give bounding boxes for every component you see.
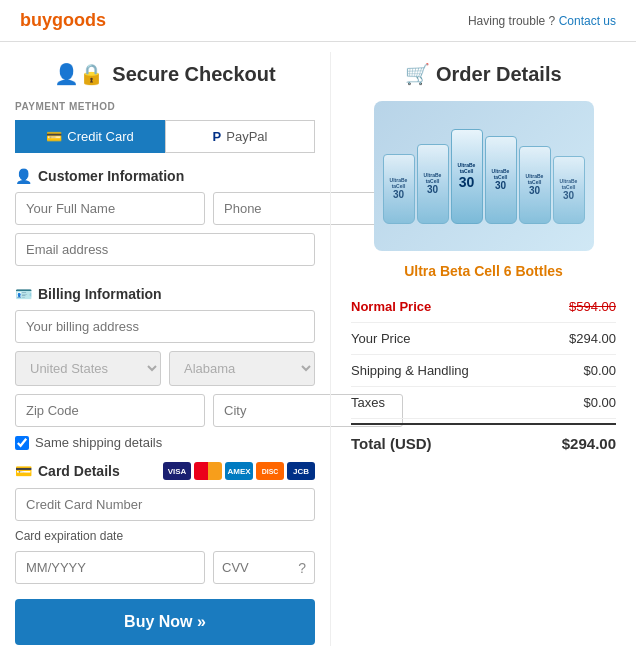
normal-price-value: $594.00 <box>569 299 616 314</box>
shipping-value: $0.00 <box>583 363 616 378</box>
help-text: Having trouble ? Contact us <box>468 14 616 28</box>
normal-price-row: Normal Price $594.00 <box>351 291 616 323</box>
cvv-input[interactable] <box>222 552 294 583</box>
shipping-label: Shipping & Handling <box>351 363 469 378</box>
bottle-group: UltraBetaCell 30 UltraBetaCell 30 UltraB… <box>382 129 586 224</box>
taxes-row: Taxes $0.00 <box>351 387 616 419</box>
normal-price-label: Normal Price <box>351 299 431 314</box>
product-image-area: UltraBetaCell 30 UltraBetaCell 30 UltraB… <box>351 101 616 251</box>
checkout-icon: 👤🔒 <box>54 62 104 86</box>
expiry-cvv-row: ? <box>15 551 315 584</box>
card-icon: 💳 <box>15 463 32 479</box>
total-row: Total (USD) $294.00 <box>351 423 616 462</box>
bottle-5: UltraBetaCell 30 <box>519 146 551 224</box>
order-details-panel: 🛒 Order Details UltraBetaCell 30 UltraBe… <box>330 52 636 646</box>
discover-icon: DISC <box>256 462 284 480</box>
contact-link[interactable]: Contact us <box>559 14 616 28</box>
visa-icon: VISA <box>163 462 191 480</box>
bottle-3: UltraBetaCell 30 <box>451 129 483 224</box>
header: buygoods Having trouble ? Contact us <box>0 0 636 42</box>
payment-tabs: 💳 Credit Card P PayPal <box>15 120 315 153</box>
cart-icon: 🛒 <box>405 63 436 85</box>
credit-card-number-input[interactable] <box>15 488 315 521</box>
payment-method-label: PAYMENT METHOD <box>15 101 315 112</box>
customer-info-section: 👤 Customer Information <box>15 168 315 184</box>
total-label: Total (USD) <box>351 435 432 452</box>
zip-city-row <box>15 394 315 427</box>
name-phone-row <box>15 192 315 225</box>
product-name: Ultra Beta Cell 6 Bottles <box>351 263 616 279</box>
full-name-input[interactable] <box>15 192 205 225</box>
main-content: 👤🔒 Secure Checkout PAYMENT METHOD 💳 Cred… <box>0 42 636 646</box>
checkout-panel: 👤🔒 Secure Checkout PAYMENT METHOD 💳 Cred… <box>0 52 330 646</box>
your-price-label: Your Price <box>351 331 411 346</box>
cvv-help-icon[interactable]: ? <box>298 560 306 576</box>
card-details-title: 💳 Card Details <box>15 463 120 479</box>
country-state-row: United States Alabama <box>15 351 315 386</box>
paypal-icon: P <box>213 129 222 144</box>
expiry-input[interactable] <box>15 551 205 584</box>
product-image: UltraBetaCell 30 UltraBetaCell 30 UltraB… <box>374 101 594 251</box>
bottle-2: UltraBetaCell 30 <box>417 144 449 224</box>
billing-address-input[interactable] <box>15 310 315 343</box>
same-shipping-checkbox[interactable] <box>15 436 29 450</box>
order-title: 🛒 Order Details <box>351 62 616 86</box>
tab-credit-card[interactable]: 💳 Credit Card <box>15 120 165 153</box>
amex-icon: AMEX <box>225 462 253 480</box>
logo: buygoods <box>20 10 106 31</box>
your-price-value: $294.00 <box>569 331 616 346</box>
credit-card-icon: 💳 <box>46 129 62 144</box>
mastercard-icon <box>194 462 222 480</box>
same-shipping-label: Same shipping details <box>35 435 162 450</box>
shipping-row: Shipping & Handling $0.00 <box>351 355 616 387</box>
total-value: $294.00 <box>562 435 616 452</box>
person-icon: 👤 <box>15 168 32 184</box>
billing-info-section: 🪪 Billing Information <box>15 286 315 302</box>
your-price-row: Your Price $294.00 <box>351 323 616 355</box>
expiry-label: Card expiration date <box>15 529 315 543</box>
taxes-label: Taxes <box>351 395 385 410</box>
email-input[interactable] <box>15 233 315 266</box>
taxes-value: $0.00 <box>583 395 616 410</box>
jcb-icon: JCB <box>287 462 315 480</box>
country-select[interactable]: United States <box>15 351 161 386</box>
zip-input[interactable] <box>15 394 205 427</box>
card-details-header: 💳 Card Details VISA AMEX DISC JCB <box>15 462 315 480</box>
state-select[interactable]: Alabama <box>169 351 315 386</box>
bottle-4: UltraBetaCell 30 <box>485 136 517 224</box>
cvv-wrapper: ? <box>213 551 315 584</box>
buy-now-button[interactable]: Buy Now » <box>15 599 315 645</box>
bottle-6: UltraBetaCell 30 <box>553 156 585 224</box>
card-type-icons: VISA AMEX DISC JCB <box>163 462 315 480</box>
billing-icon: 🪪 <box>15 286 32 302</box>
checkout-title: 👤🔒 Secure Checkout <box>15 62 315 86</box>
bottle-1: UltraBetaCell 30 <box>383 154 415 224</box>
tab-paypal[interactable]: P PayPal <box>165 120 315 153</box>
same-shipping-row: Same shipping details <box>15 435 315 450</box>
